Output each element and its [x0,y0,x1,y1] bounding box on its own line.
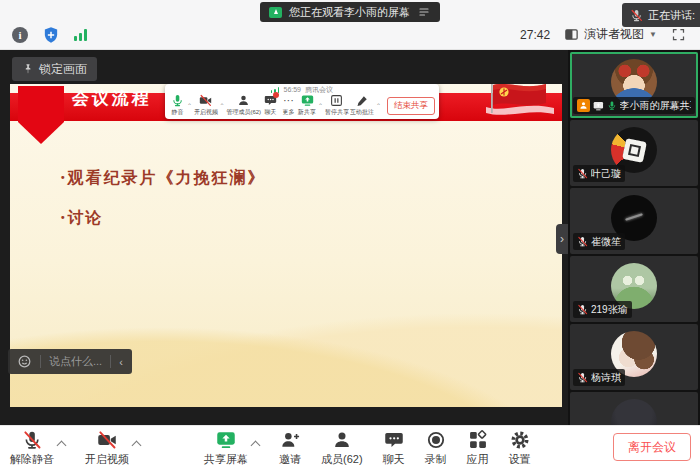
chevron-up-icon[interactable] [132,441,142,451]
fullscreen-icon[interactable] [671,27,686,42]
banner-menu-icon[interactable] [417,6,431,18]
chat-unread-badge [273,92,279,98]
pause-icon [330,94,343,107]
watching-screen-banner[interactable]: 您正在观看李小雨的屏幕 [260,2,440,22]
mic-icon [171,94,184,107]
toolbar-pause-share-button[interactable]: 暂停共享 [325,94,348,117]
screen-share-icon [301,94,314,107]
toolbar-mute-button[interactable]: 静音 [169,94,185,117]
slide-ribbon-decoration [18,86,64,144]
chevron-up-icon[interactable] [251,441,261,451]
screen-share-icon [216,430,236,450]
participant-name: 杨诗琪 [591,371,621,385]
pin-view-button[interactable]: 锁定画面 [12,57,97,81]
meeting-window: i 27:42 演讲者视图 ▼ 您正在观看李小雨的屏幕 正在讲话: 锁定画面 [0,0,700,466]
chat-input-placeholder[interactable]: 说点什么... [49,354,102,369]
chevron-down-icon: ▼ [649,30,657,39]
view-mode-label: 演讲者视图 [584,26,644,43]
screen-share-icon [593,100,604,112]
security-shield-icon[interactable] [42,26,60,44]
share-app-name: 腾讯会议 [305,85,333,94]
settings-button[interactable]: 设置 [509,430,531,466]
chevron-up-icon[interactable]: ⌃ [187,102,192,109]
presenter-share-toolbar: 56:59 腾讯会议 静音 ⌃ 开启视频 ⌃ [165,84,439,119]
participant-name: 李小雨的屏幕共享 [620,99,691,113]
meeting-timer: 27:42 [520,28,550,42]
more-icon: ··· [283,94,294,107]
sidebar-collapse-handle[interactable]: › [556,224,568,254]
participants-sidebar: 李小雨的屏幕共享 叶己璇 崔微笙 219张瑜 [568,50,700,425]
divider [40,355,41,368]
muted-mic-icon [577,168,588,179]
layout-icon [564,27,579,42]
share-duration: 56:59 [283,85,301,94]
chevron-up-icon[interactable] [57,441,67,451]
muted-mic-icon [630,9,643,22]
participant-tile[interactable]: 崔微笙 [570,188,698,254]
participant-name: 叶己璇 [591,167,621,181]
participant-name: 崔微笙 [591,235,621,249]
chevron-up-icon[interactable]: ⌃ [318,102,323,109]
avatar [611,399,657,425]
record-button[interactable]: 录制 [425,430,447,466]
participant-tile-partial[interactable] [570,392,698,425]
toolbar-more-button[interactable]: ··· 更多 [280,94,296,117]
screen-share-icon [269,7,282,18]
pin-view-label: 锁定画面 [39,61,87,78]
slide-bullet-1: ·观看纪录片《力挽狂澜》 [60,168,266,189]
participant-tile[interactable]: 219张瑜 [570,256,698,322]
participant-name-bar: 李小雨的屏幕共享 [573,97,695,114]
quick-chat-bar[interactable]: 说点什么... ‹ [8,349,132,374]
chat-bubble-icon [384,430,404,450]
pin-icon [22,63,34,75]
slide-banner-title: 会议流程 [71,87,153,110]
apps-grid-icon [468,430,488,450]
host-badge-icon [577,99,590,112]
share-toolbar-status: 56:59 腾讯会议 [169,85,435,94]
end-share-button[interactable]: 结束共享 [387,97,435,115]
view-mode-selector[interactable]: 演讲者视图 ▼ [564,26,657,43]
emoji-smile-icon[interactable] [17,354,32,369]
participant-tile[interactable]: 叶己璇 [570,120,698,186]
share-screen-button[interactable]: 共享屏幕 [204,430,248,466]
muted-mic-icon [577,304,588,315]
person-plus-icon [280,430,300,450]
participant-tile[interactable]: 李小雨的屏幕共享 [570,52,698,118]
chat-collapse-icon[interactable]: ‹ [119,356,123,368]
camera-off-icon [199,94,212,107]
divider [110,355,111,368]
toolbar-chat-button[interactable]: 聊天 [262,94,278,117]
chevron-up-icon[interactable]: ⌃ [376,102,381,109]
chat-button[interactable]: 聊天 [383,430,405,466]
participant-tile[interactable]: 杨诗琪 [570,324,698,390]
mic-on-icon [607,100,617,111]
shared-screen-stage: 锁定画面 会议流程 ·观看纪录片《力挽狂澜》 ·讨论 [0,50,568,425]
record-icon [426,430,446,450]
network-signal-icon [74,29,87,41]
person-icon [237,94,250,107]
muted-mic-icon [577,236,588,247]
muted-mic-icon [22,430,42,450]
members-button[interactable]: 成员(62) [321,430,363,466]
slide-bullet-2: ·讨论 [60,208,266,229]
pen-icon [356,94,369,107]
chevron-up-icon[interactable]: ⌃ [220,102,225,109]
apps-button[interactable]: 应用 [467,430,489,466]
gear-icon [510,430,530,450]
toolbar-video-button[interactable]: 开启视频 [194,94,217,117]
toolbar-annotate-button[interactable]: 互动批注 [351,94,374,117]
camera-off-icon [97,430,117,450]
watching-banner-label: 您正在观看李小雨的屏幕 [289,5,410,20]
meeting-info-icon[interactable]: i [12,27,28,43]
invite-button[interactable]: 邀请 [279,430,301,466]
person-icon [332,430,352,450]
unmute-button[interactable]: 解除静音 [10,430,54,466]
participant-name: 219张瑜 [591,303,628,317]
leave-meeting-button[interactable]: 离开会议 [613,433,691,461]
toolbar-new-share-button[interactable]: 新共享 [298,94,316,117]
speaking-label: 正在讲话: [648,8,695,23]
toolbar-members-button[interactable]: 管理成员(62) [227,94,261,117]
slide-content: ·观看纪录片《力挽狂澜》 ·讨论 [60,168,266,229]
start-video-button[interactable]: 开启视频 [85,430,129,466]
meeting-control-bar: 解除静音 开启视频 共享屏幕 邀请 成员(62 [0,425,700,466]
